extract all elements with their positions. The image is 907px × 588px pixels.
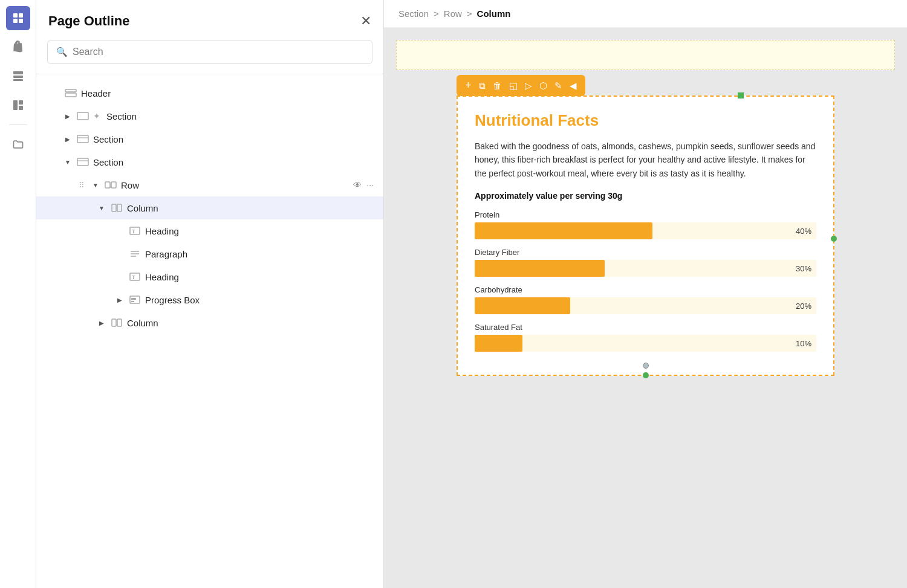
progressbox-icon (128, 294, 141, 305)
toolbar-move-icon[interactable]: ▷ (525, 80, 532, 91)
outline-title: Page Outline (48, 13, 129, 29)
nutrient-fat: Saturated Fat 10% (475, 323, 816, 352)
outline-panel: Page Outline ✕ 🔍 ▶ Header ▶ (36, 0, 384, 588)
column2-label: Column (127, 318, 374, 328)
breadcrumb-sep2: > (467, 8, 472, 19)
svg-rect-29 (131, 298, 136, 300)
section3-label: Section (93, 157, 374, 167)
paragraph-icon (128, 248, 141, 259)
column1-label: Column (127, 203, 374, 213)
toolbar-shape-icon[interactable]: ⬡ (539, 80, 547, 91)
tree-item-section3[interactable]: ▼ Section (36, 150, 383, 173)
svg-text:T: T (132, 228, 135, 234)
svg-rect-17 (105, 182, 110, 188)
tree-item-column2[interactable]: ▶ Column (36, 311, 383, 334)
svg-rect-6 (13, 79, 23, 81)
tree-item-progressbox[interactable]: ▶ Progress Box (36, 288, 383, 311)
resize-dot-bottom[interactable] (643, 372, 649, 378)
element-toolbar: + ⧉ 🗑 ◱ ▷ ⬡ ✎ ◀ (457, 75, 585, 96)
svg-rect-10 (65, 89, 76, 92)
nutrient-carb: Carbohydrate 20% (475, 285, 816, 314)
tree-container: ▶ Header ▶ ✦ Section ▶ (36, 74, 383, 588)
fat-bar-fill (475, 335, 522, 352)
toggle-section2[interactable]: ▶ (63, 134, 73, 144)
breadcrumb: Section > Row > Column (384, 0, 907, 28)
svg-rect-5 (13, 76, 23, 78)
toggle-section1[interactable]: ▶ (63, 111, 73, 121)
nutritional-title: Nutritional Facts (475, 111, 816, 130)
toggle-progressbox[interactable]: ▶ (115, 295, 125, 305)
protein-bar-container: 40% (475, 222, 816, 239)
resize-dot-bottom2[interactable] (643, 363, 649, 369)
drag-handle[interactable]: ⠿ (79, 181, 85, 190)
breadcrumb-section[interactable]: Section (398, 8, 429, 19)
column1-icon (110, 202, 123, 213)
toolbar-back-icon[interactable]: ◀ (570, 80, 577, 91)
sidebar-item-folder[interactable] (6, 132, 30, 157)
breadcrumb-row[interactable]: Row (444, 8, 462, 19)
nutritional-desc: Baked with the goodness of oats, almonds… (475, 140, 816, 180)
fiber-percent: 30% (796, 264, 811, 273)
row-icon (104, 179, 117, 190)
toggle-row[interactable]: ▼ (91, 180, 100, 190)
icon-sidebar (0, 0, 36, 588)
svg-rect-13 (77, 135, 88, 143)
fat-percent: 10% (796, 339, 811, 348)
section1-label: Section (106, 111, 374, 121)
search-container: 🔍 (36, 40, 383, 74)
svg-rect-18 (111, 182, 116, 188)
tree-item-section1[interactable]: ▶ ✦ Section (36, 105, 383, 128)
toolbar-edit-icon[interactable]: ✎ (554, 80, 562, 91)
sidebar-divider (9, 124, 27, 125)
svg-rect-11 (65, 93, 76, 97)
fiber-bar-container: 30% (475, 260, 816, 277)
protein-label: Protein (475, 210, 816, 219)
tree-item-row[interactable]: ⠿ ▼ Row 👁 ··· (36, 173, 383, 196)
heading1-label: Heading (145, 226, 374, 236)
toggle-column2[interactable]: ▶ (97, 318, 106, 328)
toolbar-frame-icon[interactable]: ◱ (509, 80, 518, 91)
toolbar-duplicate-icon[interactable]: ⧉ (479, 80, 486, 91)
carb-label: Carbohydrate (475, 285, 816, 294)
svg-rect-3 (19, 19, 23, 23)
tree-item-header[interactable]: ▶ Header (36, 82, 383, 105)
tree-item-heading2[interactable]: ▶ T Heading (36, 265, 383, 288)
search-input[interactable] (73, 47, 363, 57)
fiber-bar-fill (475, 260, 605, 277)
close-button[interactable]: ✕ (360, 15, 371, 28)
row-visibility-button[interactable]: 👁 (353, 180, 362, 190)
svg-rect-0 (13, 13, 18, 18)
tree-item-column1[interactable]: ▼ Column (36, 196, 383, 219)
row-more-button[interactable]: ··· (366, 180, 374, 190)
canvas-content[interactable]: + ⧉ 🗑 ◱ ▷ ⬡ ✎ ◀ Nutritional Facts Baked … (384, 28, 907, 588)
heading2-icon: T (128, 271, 141, 282)
sidebar-item-grid[interactable] (6, 6, 30, 30)
resize-dot-top[interactable] (738, 92, 744, 99)
toolbar-delete-icon[interactable]: 🗑 (493, 80, 502, 91)
breadcrumb-column[interactable]: Column (477, 8, 511, 19)
toggle-column1[interactable]: ▼ (97, 203, 106, 213)
row-actions: 👁 ··· (353, 180, 374, 190)
section2-icon (76, 134, 89, 144)
star-icon: ✦ (93, 111, 100, 121)
tree-item-heading1[interactable]: ▶ T Heading (36, 219, 383, 242)
tree-item-section2[interactable]: ▶ Section (36, 128, 383, 150)
toolbar-add-icon[interactable]: + (465, 79, 472, 92)
tree-item-paragraph[interactable]: ▶ Paragraph (36, 242, 383, 265)
carb-bar-fill (475, 297, 570, 314)
nutritional-card[interactable]: Nutritional Facts Baked with the goodnes… (457, 95, 834, 376)
sidebar-item-shopify[interactable] (6, 35, 30, 59)
sidebar-item-sections[interactable] (6, 64, 30, 88)
search-icon: 🔍 (56, 47, 68, 57)
svg-rect-19 (112, 204, 116, 212)
carb-percent: 20% (796, 302, 811, 311)
toggle-section3[interactable]: ▼ (63, 157, 73, 167)
svg-rect-20 (117, 204, 122, 212)
fat-bar-container: 10% (475, 335, 816, 352)
canvas-area: Section > Row > Column + ⧉ 🗑 ◱ ▷ ⬡ ✎ ◀ N… (384, 0, 907, 588)
svg-rect-4 (13, 71, 23, 74)
top-hint-bar (396, 40, 895, 70)
resize-dot-right[interactable] (831, 236, 837, 242)
breadcrumb-sep1: > (434, 8, 439, 19)
sidebar-item-layout[interactable] (6, 93, 30, 117)
